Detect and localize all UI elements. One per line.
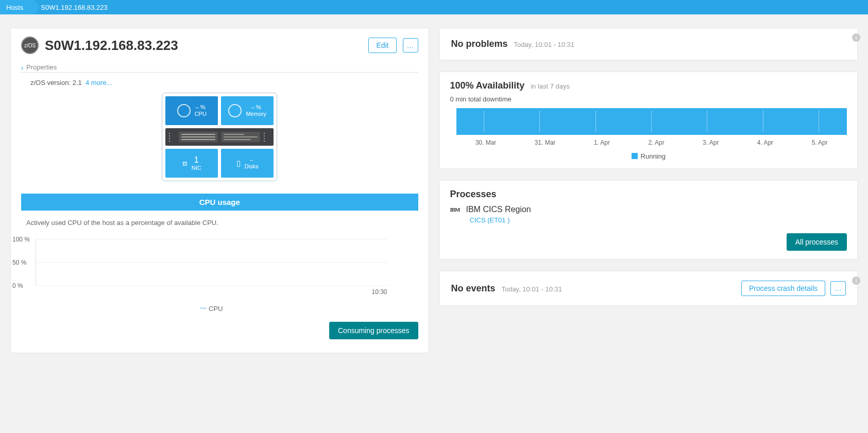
edit-button[interactable]: Edit — [368, 38, 396, 53]
host-card: z/OS S0W1.192.168.83.223 Edit … › Proper… — [10, 28, 429, 353]
tile-cpu[interactable]: – % CPU — [165, 96, 218, 125]
server-rack-icon — [165, 128, 274, 146]
events-period: Today, 10:01 - 10:31 — [501, 285, 562, 293]
breadcrumb-root[interactable]: Hosts — [0, 0, 35, 14]
zos-icon: z/OS — [21, 37, 39, 54]
process-crash-details-button[interactable]: Process crash details — [741, 281, 825, 296]
tile-memory[interactable]: – % Memory — [221, 96, 274, 125]
properties-more-link[interactable]: 4 more... — [86, 79, 112, 86]
problems-title: No problems — [451, 39, 508, 49]
problems-card: No problems Today, 10:01 - 10:31 i — [439, 28, 858, 60]
cpu-usage-desc: Actively used CPU of the host as a perce… — [26, 219, 418, 227]
availability-title: 100% Availability — [450, 80, 525, 91]
property-row: z/OS version: 2.1 4 more... — [30, 79, 418, 86]
tile-disks[interactable]: ▯ – Disks — [221, 149, 274, 178]
problems-period: Today, 10:01 - 10:31 — [514, 41, 574, 48]
line-chart-icon: 〰 — [200, 305, 207, 313]
page-title: S0W1.192.168.83.223 — [45, 38, 362, 54]
availability-card: 100% Availability in last 7 days 0 min t… — [439, 72, 858, 169]
availability-period: in last 7 days — [531, 82, 570, 90]
availability-legend: Running — [450, 152, 847, 160]
more-actions-button[interactable]: … — [403, 38, 418, 53]
tile-nic[interactable]: ⧈ 1 NIC — [165, 149, 218, 178]
cpu-usage-chart[interactable]: 100 % 50 % 0 % 10:30 〰CPU — [36, 239, 387, 313]
events-card: No events Today, 10:01 - 10:31 Process c… — [439, 271, 858, 306]
properties-label: Properties — [26, 63, 57, 71]
breadcrumb: Hosts S0W1.192.168.83.223 — [0, 0, 868, 14]
gauge-icon — [228, 104, 242, 117]
info-icon[interactable]: i — [852, 33, 860, 42]
disk-icon: ▯ — [236, 159, 241, 168]
cpu-usage-header: CPU usage — [21, 194, 418, 211]
chevron-right-icon: › — [21, 62, 23, 73]
availability-downtime: 0 min total downtime — [450, 95, 847, 103]
gauge-icon — [177, 104, 191, 117]
processes-title: Processes — [450, 189, 497, 200]
processes-card: Processes IBM IBM CICS Region CICS (ET01… — [439, 180, 858, 259]
ibm-icon: IBM — [450, 206, 460, 213]
process-link[interactable]: CICS (ET01 ) — [470, 216, 847, 224]
availability-chart[interactable] — [456, 108, 847, 135]
network-icon: ⧈ — [182, 159, 188, 168]
availability-x-axis: 30. Mar 31. Mar 1. Apr 2. Apr 3. Apr 4. … — [456, 139, 847, 146]
properties-toggle[interactable]: › Properties — [21, 63, 418, 73]
events-more-button[interactable]: … — [830, 281, 846, 296]
metric-tiles: – % CPU – % Memory — [162, 93, 277, 181]
consuming-processes-button[interactable]: Consuming processes — [329, 322, 418, 339]
legend-swatch — [632, 153, 638, 159]
process-name: IBM CICS Region — [466, 205, 531, 214]
breadcrumb-current[interactable]: S0W1.192.168.83.223 — [35, 0, 118, 14]
info-icon[interactable]: i — [852, 276, 860, 285]
all-processes-button[interactable]: All processes — [787, 233, 847, 251]
cpu-chart-legend: 〰CPU — [36, 305, 387, 313]
events-title: No events — [451, 283, 496, 294]
